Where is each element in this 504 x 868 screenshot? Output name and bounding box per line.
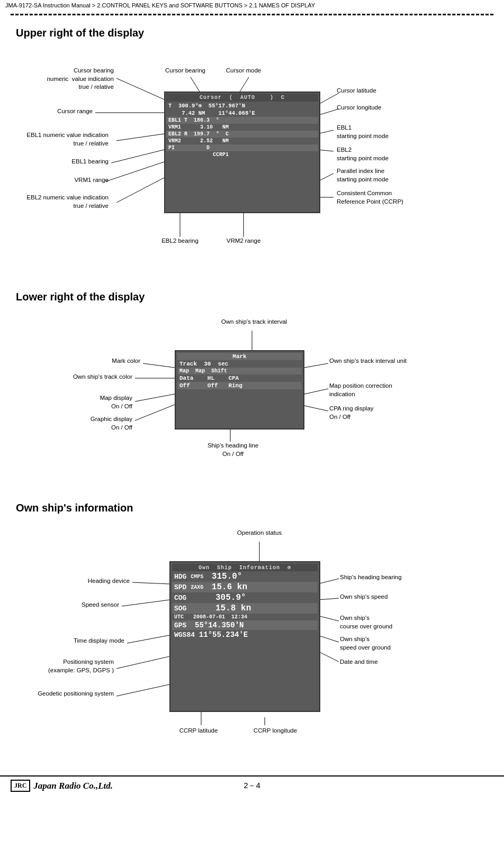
label-cpa-ring: CPA ring displayOn / Off bbox=[329, 405, 446, 421]
label-course-over-ground: Own ship'scourse over ground bbox=[340, 614, 456, 631]
label-date-time: Date and time bbox=[340, 658, 456, 666]
screen-cog: COG bbox=[174, 594, 186, 602]
screen-cmps: CMPS bbox=[191, 574, 203, 580]
label-vrm2-range: VRM2 range bbox=[217, 237, 270, 245]
section-divider bbox=[11, 14, 493, 15]
screen-cog-val: 305.9° bbox=[215, 593, 246, 602]
screen-own-ship-header: Own Ship Information ⊕ bbox=[199, 564, 291, 571]
own-ship-screen: Own Ship Information ⊕ HDG CMPS 315.0° S… bbox=[169, 561, 320, 712]
screen-utc: UTC 2008-07-01 12:34 bbox=[174, 614, 247, 620]
footer-page: 2－4 bbox=[244, 781, 260, 791]
label-map-display: Map displayOn / Off bbox=[42, 394, 132, 410]
screen-lon: 11°55.234'E bbox=[199, 631, 248, 639]
label-own-ship-speed: Own ship's speed bbox=[340, 593, 456, 601]
page-footer: JRC Japan Radio Co.,Ltd. 2－4 bbox=[0, 775, 504, 795]
label-map-position: Map position correctionindication bbox=[329, 382, 446, 398]
label-mark-color: Mark color bbox=[69, 357, 140, 366]
screen-data-hl-cpa: Data HL CPA bbox=[179, 375, 239, 381]
footer-company: Japan Radio Co.,Ltd. bbox=[33, 781, 113, 791]
screen-wgs84: WGS84 bbox=[174, 631, 195, 639]
screen-hdg: HDG bbox=[174, 573, 186, 581]
svg-line-27 bbox=[122, 600, 169, 606]
label-ebl1-starting: EBL1starting point mode bbox=[337, 124, 443, 140]
svg-line-31 bbox=[318, 579, 339, 584]
svg-line-17 bbox=[143, 363, 175, 368]
svg-line-4 bbox=[106, 162, 164, 181]
svg-line-26 bbox=[132, 582, 169, 584]
label-ebl1-bearing: EBL1 bearing bbox=[32, 158, 109, 166]
svg-line-3 bbox=[111, 150, 164, 163]
label-positioning-system: Positioning system(example: GPS, DGPS ) bbox=[16, 658, 114, 674]
footer-logo: JRC bbox=[11, 780, 30, 792]
upper-radar-screen: Cursor ( AUTO ) C T 300.9°⊕ 55°17.967'N … bbox=[164, 92, 320, 213]
screen-spd: SPD bbox=[174, 583, 186, 591]
svg-line-32 bbox=[318, 598, 339, 600]
screen-t: T 300.9°⊕ 55°17.967'N bbox=[168, 102, 245, 109]
label-ebl1-numeric: EBL1 numeric value indicationtrue / rela… bbox=[5, 131, 109, 148]
label-speed-over-ground: Own ship'sspeed over ground bbox=[340, 635, 456, 652]
screen-lat: 55°14.350'N bbox=[195, 621, 244, 629]
screen-ebl1t: EBL1 T 186.3 ° bbox=[168, 117, 219, 123]
screen-pi: PI D bbox=[168, 145, 210, 151]
section-title-lower: Lower right of the display bbox=[16, 291, 488, 303]
svg-line-23 bbox=[304, 406, 328, 411]
label-ccrp-latitude: CCRP latitude bbox=[164, 727, 233, 735]
label-time-display: Time display mode bbox=[32, 637, 124, 645]
label-heading-device: Heading device bbox=[32, 577, 130, 586]
footer-left: JRC Japan Radio Co.,Ltd. bbox=[11, 780, 113, 792]
screen-range-nm: 7.42 NM 11°44.068'E bbox=[168, 110, 255, 116]
svg-line-11 bbox=[318, 109, 339, 115]
label-track-interval-unit: Own ship's track interval unit bbox=[329, 357, 446, 366]
svg-line-0 bbox=[116, 78, 164, 99]
screen-vrm1: VRM1 3.10 NM bbox=[168, 124, 229, 130]
label-parallel-index: Parallel index linestarting point mode bbox=[337, 167, 443, 184]
label-ccrp: Consistent CommonReference Point (CCRP) bbox=[337, 189, 443, 206]
svg-line-5 bbox=[116, 178, 164, 203]
label-cursor-latitude: Cursor latitude bbox=[337, 87, 443, 95]
svg-line-30 bbox=[116, 684, 169, 696]
lower-radar-screen: Mark Track 30 sec Map Map Shift Data HL … bbox=[175, 350, 304, 430]
label-geodetic-system: Geodetic positioning system bbox=[16, 690, 114, 698]
svg-line-34 bbox=[318, 635, 339, 642]
label-operation-status: Operation status bbox=[206, 529, 312, 537]
lower-display-area: Mark Track 30 sec Map Map Shift Data HL … bbox=[0, 310, 504, 490]
screen-vrm2: VRM2 2.52 NM bbox=[168, 138, 229, 144]
screen-heading-val: 315.0° bbox=[212, 572, 242, 581]
screen-sog-val: 15.8 kn bbox=[215, 604, 251, 613]
screen-ccrp1: CCRP1 bbox=[168, 152, 229, 158]
screen-off-ring: Off Off Ring bbox=[179, 382, 242, 389]
svg-line-2 bbox=[116, 134, 164, 141]
screen-gps: GPS bbox=[174, 622, 186, 629]
screen-mark: Mark bbox=[232, 353, 246, 360]
label-graphic-display: Graphic displayOn / Off bbox=[42, 415, 132, 432]
svg-line-21 bbox=[304, 363, 328, 368]
label-ships-heading: Ship's heading lineOn / Off bbox=[191, 442, 275, 458]
label-vrm1-range: VRM1 range bbox=[32, 176, 109, 185]
breadcrumb: JMA-9172-SA Instruction Manual > 2.CONTR… bbox=[0, 0, 504, 11]
svg-line-33 bbox=[318, 616, 339, 621]
screen-2axg: 2AXG bbox=[191, 584, 203, 590]
svg-line-22 bbox=[304, 389, 328, 394]
own-ship-area: Own Ship Information ⊕ HDG CMPS 315.0° S… bbox=[0, 522, 504, 765]
label-ebl2-starting: EBL2starting point mode bbox=[337, 146, 443, 162]
screen-map-shift: Map Map Shift bbox=[179, 368, 227, 374]
screen-track-interval: Track 30 sec bbox=[179, 361, 228, 367]
label-ebl2-bearing: EBL2 bearing bbox=[154, 237, 206, 245]
label-ebl2-numeric: EBL2 numeric value indicationtrue / rela… bbox=[5, 194, 109, 210]
label-track-color: Own ship's track color bbox=[42, 373, 132, 381]
screen-cursor-label: Cursor ( AUTO ) C bbox=[200, 95, 285, 100]
screen-spd-val: 15.6 kn bbox=[212, 582, 247, 592]
section-title-upper: Upper right of the display bbox=[16, 27, 488, 39]
svg-line-28 bbox=[127, 635, 169, 643]
screen-ebl2r: EBL2 R 199.7 ° C bbox=[168, 131, 229, 137]
section-title-own: Own ship's information bbox=[16, 502, 488, 514]
svg-line-10 bbox=[318, 93, 339, 105]
svg-line-19 bbox=[135, 394, 175, 401]
upper-display-area: Cursor ( AUTO ) C T 300.9°⊕ 55°17.967'N … bbox=[0, 47, 504, 279]
label-cursor-range: Cursor range bbox=[11, 107, 93, 116]
screen-sog: SOG bbox=[174, 605, 186, 613]
label-ccrp-longitude: CCRP longitude bbox=[238, 727, 312, 735]
label-track-interval: Own ship's track interval bbox=[201, 318, 307, 326]
label-cursor-mode: Cursor mode bbox=[222, 67, 265, 75]
label-speed-sensor: Speed sensor bbox=[32, 601, 119, 609]
